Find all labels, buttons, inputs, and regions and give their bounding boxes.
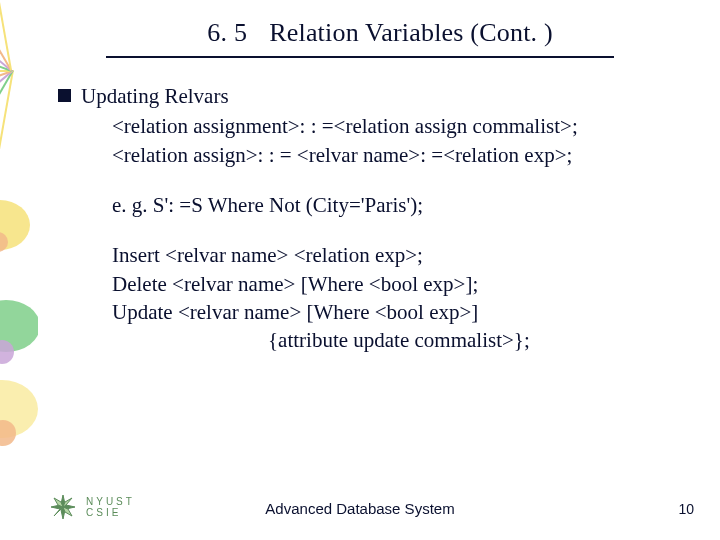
- bullet-heading: Updating Relvars: [81, 82, 229, 110]
- body-line: e. g. S': =S Where Not (City='Paris');: [112, 191, 658, 219]
- body-line: <relation assignment>: : =<relation assi…: [112, 112, 658, 140]
- sunburst-decoration: [0, 0, 38, 150]
- body-line: Delete <relvar name> [Where <bool exp>];: [112, 270, 658, 298]
- section-number: 6. 5: [167, 18, 247, 48]
- bullet-row: Updating Relvars: [58, 82, 658, 110]
- body-line: <relation assign>: : = <relvar name>: =<…: [112, 141, 658, 169]
- slide-title-wrap: 6. 5Relation Variables (Cont. ): [106, 18, 614, 58]
- slide-title: 6. 5Relation Variables (Cont. ): [106, 18, 614, 48]
- title-text: Relation Variables (Cont. ): [269, 18, 553, 47]
- body-line: {attribute update commalist>};: [268, 326, 658, 354]
- body-line: Insert <relvar name> <relation exp>;: [112, 241, 658, 269]
- footer-title: Advanced Database System: [0, 500, 720, 517]
- decorative-left-border: [0, 0, 38, 540]
- body-line: Update <relvar name> [Where <bool exp>]: [112, 298, 658, 326]
- page-number: 10: [678, 501, 694, 517]
- square-bullet-icon: [58, 89, 71, 102]
- slide-body: Updating Relvars <relation assignment>: …: [58, 82, 658, 355]
